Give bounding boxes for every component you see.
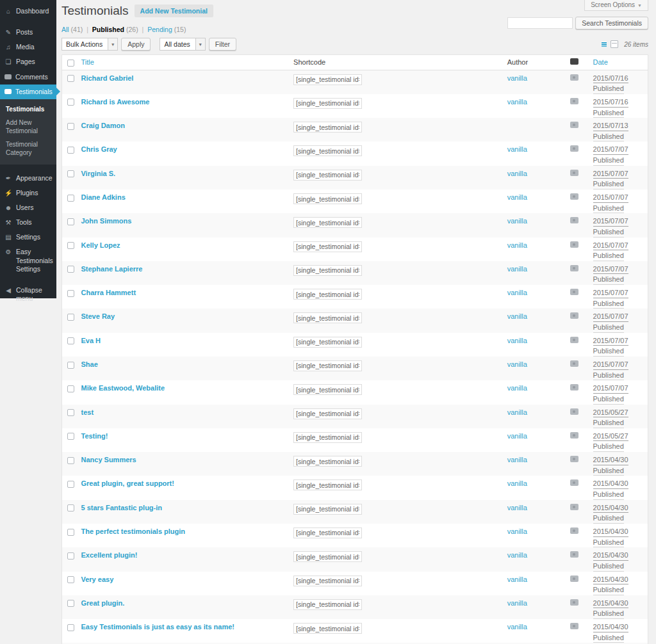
comments-bubble-icon[interactable]: [570, 599, 578, 606]
author-link[interactable]: vanilla: [507, 360, 527, 368]
testimonial-title-link[interactable]: Great plugin, great support!: [81, 479, 174, 487]
comments-bubble-icon[interactable]: [570, 241, 578, 248]
shortcode-input[interactable]: [293, 193, 362, 204]
shortcode-input[interactable]: [293, 599, 362, 610]
sidebar-item-appearance[interactable]: ✒ Appearance: [0, 171, 56, 186]
sort-title-header[interactable]: Title: [81, 58, 94, 66]
author-link[interactable]: vanilla: [507, 408, 527, 416]
shortcode-input[interactable]: [293, 312, 362, 323]
shortcode-input[interactable]: [293, 527, 362, 538]
list-view-icon[interactable]: [600, 40, 608, 48]
submenu-item-testimonials[interactable]: Testimonials: [0, 102, 56, 116]
testimonial-title-link[interactable]: Eva H: [81, 337, 101, 344]
author-link[interactable]: vanilla: [507, 193, 527, 201]
author-link[interactable]: vanilla: [507, 217, 527, 225]
excerpt-view-icon[interactable]: [611, 40, 618, 48]
row-checkbox[interactable]: [67, 529, 74, 536]
author-link[interactable]: vanilla: [507, 241, 527, 249]
testimonial-title-link[interactable]: Excellent plugin!: [81, 551, 137, 559]
row-checkbox[interactable]: [67, 337, 74, 344]
row-checkbox[interactable]: [67, 147, 74, 154]
row-checkbox[interactable]: [67, 624, 74, 631]
date-filter-select[interactable]: All dates ▼: [160, 38, 205, 51]
author-link[interactable]: vanilla: [507, 384, 527, 392]
author-link[interactable]: vanilla: [507, 265, 527, 273]
sidebar-item-plugins[interactable]: ⚡ Plugins: [0, 186, 56, 200]
testimonial-title-link[interactable]: Easy Testimonials is just as easy as its…: [81, 623, 234, 631]
sidebar-item-comments[interactable]: Comments: [0, 70, 56, 85]
author-link[interactable]: vanilla: [507, 337, 527, 344]
shortcode-input[interactable]: [293, 384, 362, 395]
testimonial-title-link[interactable]: Virginia S.: [81, 170, 115, 177]
row-checkbox[interactable]: [67, 266, 74, 273]
comments-bubble-icon[interactable]: [570, 289, 578, 295]
comments-bubble-icon[interactable]: [570, 337, 578, 343]
testimonial-title-link[interactable]: The perfect testimonials plugin: [81, 527, 185, 535]
testimonial-title-link[interactable]: Testing!: [81, 432, 108, 440]
sidebar-item-collapse-menu[interactable]: ◀ Collapse menu: [0, 283, 56, 306]
row-checkbox[interactable]: [67, 99, 74, 106]
comments-bubble-icon[interactable]: [570, 265, 578, 271]
shortcode-input[interactable]: [293, 479, 362, 490]
shortcode-input[interactable]: [293, 337, 362, 348]
comments-bubble-icon[interactable]: [570, 145, 578, 152]
shortcode-input[interactable]: [293, 170, 362, 181]
apply-button[interactable]: Apply: [121, 38, 151, 51]
filter-pending-link[interactable]: Pending: [147, 26, 172, 33]
row-checkbox[interactable]: [67, 362, 74, 369]
shortcode-input[interactable]: [293, 98, 362, 109]
add-new-testimonial-button[interactable]: Add New Testimonial: [135, 4, 213, 17]
testimonial-title-link[interactable]: Kelly Lopez: [81, 241, 120, 249]
testimonial-title-link[interactable]: Chris Gray: [81, 145, 117, 153]
sidebar-item-pages[interactable]: ❏ Pages: [0, 54, 56, 69]
testimonial-title-link[interactable]: Stephane Lapierre: [81, 265, 142, 273]
sidebar-item-easy-testimonials-settings[interactable]: ⚙ Easy Testimonials Settings: [0, 245, 56, 276]
comments-bubble-icon[interactable]: [570, 551, 578, 558]
shortcode-input[interactable]: [293, 74, 362, 85]
select-all-checkbox[interactable]: [67, 60, 74, 67]
comments-bubble-icon[interactable]: [570, 193, 578, 200]
comments-bubble-icon[interactable]: [570, 456, 578, 462]
comments-bubble-icon[interactable]: [570, 527, 578, 534]
comments-bubble-icon[interactable]: [570, 98, 578, 104]
row-checkbox[interactable]: [67, 576, 74, 583]
row-checkbox[interactable]: [67, 481, 74, 488]
author-link[interactable]: vanilla: [507, 456, 527, 463]
testimonial-title-link[interactable]: test: [81, 408, 94, 416]
row-checkbox[interactable]: [67, 195, 74, 202]
filter-all-link[interactable]: All: [62, 26, 69, 33]
row-checkbox[interactable]: [67, 170, 74, 177]
testimonial-title-link[interactable]: Steve Ray: [81, 312, 115, 320]
author-link[interactable]: vanilla: [507, 551, 527, 559]
comments-bubble-icon[interactable]: [570, 360, 578, 367]
row-checkbox[interactable]: [67, 242, 74, 249]
shortcode-input[interactable]: [293, 217, 362, 228]
testimonial-title-link[interactable]: Diane Adkins: [81, 193, 125, 201]
comments-bubble-icon[interactable]: [570, 122, 578, 128]
sidebar-item-posts[interactable]: ✎ Posts: [0, 25, 56, 40]
author-link[interactable]: vanilla: [507, 170, 527, 177]
author-link[interactable]: vanilla: [507, 432, 527, 440]
author-link[interactable]: vanilla: [507, 527, 527, 535]
sidebar-item-tools[interactable]: ⚒ Tools: [0, 215, 56, 230]
comments-bubble-icon[interactable]: [570, 312, 578, 319]
author-link[interactable]: vanilla: [507, 74, 527, 82]
testimonial-title-link[interactable]: Mike Eastwood, Webalite: [81, 384, 165, 392]
row-checkbox[interactable]: [67, 385, 74, 392]
testimonial-title-link[interactable]: Shae: [81, 360, 97, 368]
author-link[interactable]: vanilla: [507, 504, 527, 511]
testimonial-title-link[interactable]: Craig Damon: [81, 122, 124, 129]
comments-bubble-icon[interactable]: [570, 74, 578, 81]
shortcode-input[interactable]: [293, 122, 362, 133]
filter-published-current[interactable]: Published: [92, 26, 124, 33]
shortcode-input[interactable]: [293, 456, 362, 467]
row-checkbox[interactable]: [67, 290, 74, 297]
comments-bubble-icon[interactable]: [570, 432, 578, 439]
shortcode-input[interactable]: [293, 265, 362, 276]
shortcode-input[interactable]: [293, 241, 362, 252]
comments-bubble-icon[interactable]: [570, 504, 578, 510]
shortcode-input[interactable]: [293, 432, 362, 443]
shortcode-input[interactable]: [293, 145, 362, 156]
testimonial-title-link[interactable]: Nancy Summers: [81, 456, 136, 463]
shortcode-input[interactable]: [293, 504, 362, 515]
